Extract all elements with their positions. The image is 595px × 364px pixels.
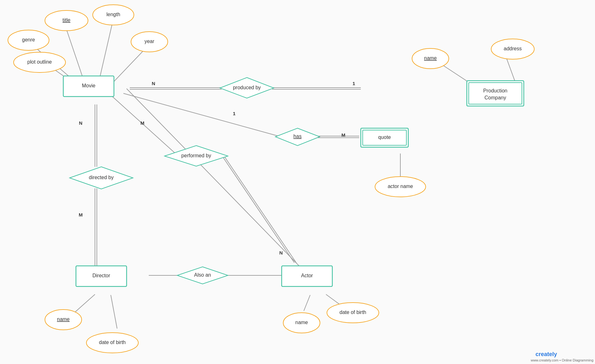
attr-title-label: title — [63, 17, 71, 23]
mult-n-produced: N — [152, 81, 155, 86]
attr-actor-name2-label: name — [295, 320, 308, 325]
attr-director-name-label: name — [57, 317, 70, 322]
attr-director-dob-label: date of birth — [99, 340, 126, 345]
relation-has-label: has — [293, 134, 302, 139]
relation-performed-by-label: performed by — [181, 153, 211, 158]
mult-m-directed-bottom: M — [79, 212, 83, 217]
attr-actor-dob-label: date of birth — [340, 310, 366, 315]
attr-length-label: length — [106, 12, 120, 17]
mult-n-directed-top: N — [79, 120, 83, 126]
mult-m-performed: M — [141, 120, 145, 126]
mult-m-has: M — [341, 132, 346, 138]
entity-quote-label: quote — [378, 135, 391, 140]
relation-directed-by-label: directed by — [89, 175, 114, 180]
attr-pc-name-label: name — [424, 55, 437, 61]
entity-actor-label: Actor — [301, 273, 313, 278]
mult-1-produced: 1 — [353, 81, 355, 86]
attr-plot-outline-label: plot outline — [27, 59, 52, 65]
attr-genre-label: genre — [22, 37, 35, 42]
creately-logo: creately — [536, 351, 557, 357]
relation-also-an-label: Also an — [194, 272, 211, 278]
relation-produced-by-label: produced by — [233, 85, 261, 90]
creately-sub: www.creately.com • Online Diagramming — [530, 358, 593, 362]
attr-year-label: year — [144, 39, 154, 44]
entity-production-company-label: Production — [483, 88, 508, 93]
entity-production-company-label2: Company — [485, 95, 506, 100]
mult-1-movie-actor: 1 — [233, 111, 235, 116]
entity-movie-label: Movie — [82, 83, 96, 88]
attr-actor-name-label: actor name — [388, 184, 413, 189]
mult-n-performed-actor: N — [279, 250, 283, 255]
entity-director-label: Director — [92, 273, 110, 278]
attr-pc-address-label: address — [504, 46, 522, 51]
